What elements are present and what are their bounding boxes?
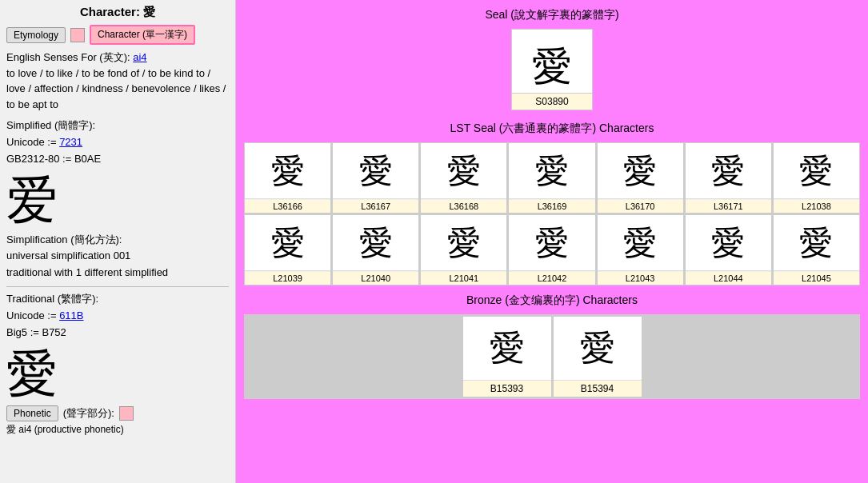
lst-char-img: 愛 <box>774 215 859 271</box>
trad-unicode-label: Unicode := <box>6 309 57 321</box>
lst-char-img: 愛 <box>333 143 418 199</box>
trad-big5-label: Big5 := <box>6 326 39 338</box>
bronze-char-code: B15394 <box>554 381 642 397</box>
english-link[interactable]: ai4 <box>133 51 146 63</box>
lst-char-code: L21039 <box>245 271 330 285</box>
english-text: to love / to like / to be fond of / to b… <box>6 67 226 110</box>
lst-card[interactable]: 愛 L36170 <box>598 143 683 213</box>
lst-card[interactable]: 愛 L36166 <box>245 143 330 213</box>
lst-card[interactable]: 愛 L21040 <box>333 215 418 285</box>
bronze-char-img: 愛 <box>554 317 642 381</box>
simplification-link[interactable]: 1 <box>76 266 82 278</box>
bronze-section: Bronze (金文编裏的字) Characters 愛 B15393 愛 B1… <box>244 293 860 399</box>
svg-text:愛: 愛 <box>532 44 572 88</box>
simplified-char: 爱 <box>6 174 229 226</box>
lst-card[interactable]: 愛 L21043 <box>598 215 683 285</box>
simplification-label: Simplification (簡化方法): <box>6 234 122 245</box>
phonetic-swatch <box>119 406 134 421</box>
bronze-title: Bronze (金文编裏的字) Characters <box>244 293 860 308</box>
lst-char-code: L21038 <box>774 199 859 213</box>
trad-big5-val: B752 <box>42 326 66 338</box>
lst-char-img: 愛 <box>509 143 594 199</box>
color-swatch <box>70 28 85 42</box>
lst-char-img: 愛 <box>333 215 418 271</box>
lst-card[interactable]: 愛 L36167 <box>333 143 418 213</box>
lst-char-code: L36166 <box>245 199 330 213</box>
lst-char-code: L21043 <box>598 271 683 285</box>
lst-card[interactable]: 愛 L21038 <box>774 143 859 213</box>
lst-char-code: L21042 <box>509 271 594 285</box>
lst-card[interactable]: 愛 L36169 <box>509 143 594 213</box>
button-row: Etymology Character (單一漢字) <box>6 25 229 45</box>
lst-title: LST Seal (六書通裏的篆體字) Characters <box>244 122 860 136</box>
bronze-grid: 愛 B15393 愛 B15394 <box>244 314 860 399</box>
lst-char-img: 愛 <box>509 215 594 271</box>
page-title: Character: 愛 <box>6 5 229 20</box>
lst-card[interactable]: 愛 L36171 <box>686 143 771 213</box>
phonetic-note: 愛 ai4 (productive phonetic) <box>6 423 229 437</box>
lst-char-img: 愛 <box>598 143 683 199</box>
lst-card[interactable]: 愛 L21044 <box>686 215 771 285</box>
lst-char-img: 愛 <box>686 143 771 199</box>
seal-title: Seal (說文解字裏的篆體字) <box>244 8 860 22</box>
lst-char-code: L36170 <box>598 199 683 213</box>
traditional-unicode-info: Unicode := 611B Big5 := B752 <box>6 308 229 341</box>
lst-char-code: L36167 <box>333 199 418 213</box>
seal-single: 愛 S03890 <box>244 29 860 110</box>
left-panel: Character: 愛 Etymology Character (單一漢字) … <box>0 0 236 483</box>
lst-char-img: 愛 <box>421 143 506 199</box>
bronze-char-code: B15393 <box>463 381 551 397</box>
seal-image: 愛 <box>512 30 592 94</box>
lst-char-code: L36171 <box>686 199 771 213</box>
english-label: English Senses For (英文): <box>6 51 130 63</box>
lst-card[interactable]: 愛 L21042 <box>509 215 594 285</box>
seal-svg: 愛 <box>516 33 588 90</box>
lst-card[interactable]: 愛 L36168 <box>421 143 506 213</box>
lst-char-code: L21044 <box>686 271 771 285</box>
etymology-button[interactable]: Etymology <box>6 27 66 43</box>
trad-unicode-link[interactable]: 611B <box>59 309 83 321</box>
simplification-info: Simplification (簡化方法): universal simplif… <box>6 232 229 281</box>
english-senses: English Senses For (英文): ai4 to love / t… <box>6 50 229 112</box>
lst-card[interactable]: 愛 L21045 <box>774 215 859 285</box>
seal-card[interactable]: 愛 S03890 <box>511 29 593 110</box>
gb-val: B0AE <box>74 153 101 165</box>
bronze-char-img: 愛 <box>463 317 551 381</box>
lst-char-code: L36169 <box>509 199 594 213</box>
lst-char-img: 愛 <box>245 215 330 271</box>
lst-char-code: L21041 <box>421 271 506 285</box>
lst-char-code: L21040 <box>333 271 418 285</box>
lst-char-img: 愛 <box>598 215 683 271</box>
lst-char-img: 愛 <box>774 143 859 199</box>
character-button[interactable]: Character (單一漢字) <box>90 25 195 45</box>
simplified-unicode-info: Unicode := 7231 GB2312-80 := B0AE <box>6 134 229 168</box>
bronze-card[interactable]: 愛 B15393 <box>463 317 551 397</box>
lst-char-code: L36168 <box>421 199 506 213</box>
unicode-label: Unicode := <box>6 136 57 148</box>
simplification-method: universal simplification 001 <box>6 249 130 261</box>
lst-char-img: 愛 <box>686 215 771 271</box>
phonetic-label: (聲字部分): <box>63 406 114 421</box>
phonetic-row: Phonetic (聲字部分): <box>6 405 229 421</box>
lst-char-img: 愛 <box>245 143 330 199</box>
unicode-link[interactable]: 7231 <box>59 136 82 148</box>
gb-label: GB2312-80 := <box>6 153 71 165</box>
bronze-card[interactable]: 愛 B15394 <box>554 317 642 397</box>
seal-code: S03890 <box>512 94 592 110</box>
traditional-label: Traditional (繁體字): <box>6 292 229 306</box>
lst-card[interactable]: 愛 L21041 <box>421 215 506 285</box>
lst-char-code: L21045 <box>774 271 859 285</box>
lst-card[interactable]: 愛 L21039 <box>245 215 330 285</box>
simplified-label: Simplified (簡體字): <box>6 118 229 133</box>
right-panel: Seal (說文解字裏的篆體字) 愛 S03890 LST Seal (六書通裏… <box>236 0 868 483</box>
lst-char-img: 愛 <box>421 215 506 271</box>
traditional-char: 愛 <box>6 348 229 399</box>
phonetic-button[interactable]: Phonetic <box>6 405 58 421</box>
divider <box>6 286 229 287</box>
lst-grid: 愛 L36166 愛 L36167 愛 L36168 愛 L36169 愛 L3… <box>244 142 860 285</box>
